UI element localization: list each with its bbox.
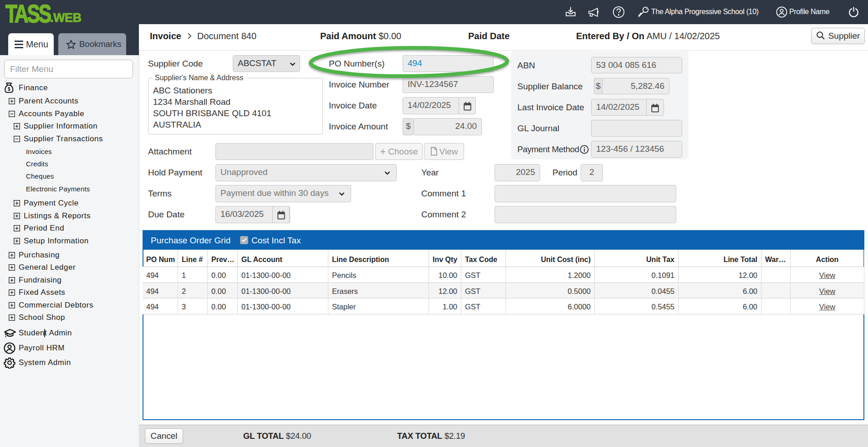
svg-text:$: $ [8, 87, 10, 92]
svg-text:TASS: TASS [5, 1, 51, 25]
svg-text:.WEB: .WEB [50, 11, 82, 25]
